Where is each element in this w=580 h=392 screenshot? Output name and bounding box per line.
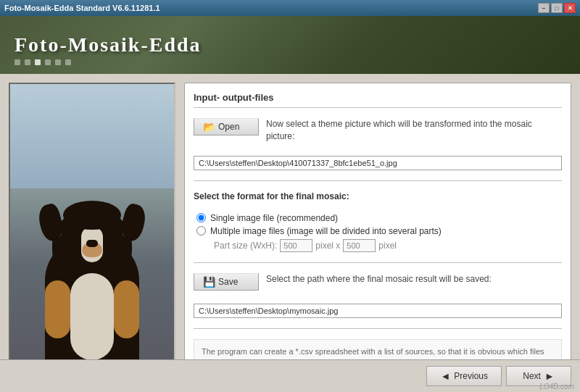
- main-content: Input- output-files 📂 Open Now select a …: [0, 74, 580, 392]
- part-height-input[interactable]: [343, 239, 376, 252]
- next-label: Next: [523, 371, 541, 381]
- part-width-input[interactable]: [280, 239, 312, 252]
- part-size-row: Part size (WxH): pixel x pixel: [214, 239, 562, 252]
- window-title: Foto-Mosaik-Edda Standard V6.6.11281.1: [4, 4, 160, 12]
- format-radio-group: Single image file (recommended) Multiple…: [196, 213, 562, 252]
- input-path-field[interactable]: [194, 156, 562, 170]
- previous-label: Previous: [454, 371, 488, 381]
- panel-title: Input- output-files: [194, 92, 562, 108]
- part-pixel-label: pixel: [378, 241, 397, 251]
- open-row: 📂 Open Now select a theme picture which …: [194, 118, 562, 143]
- previous-button[interactable]: ◄ Previous: [426, 366, 502, 386]
- image-preview-panel: [9, 83, 175, 383]
- dot-4: [45, 59, 51, 65]
- header-banner: Foto-Mosaik-Edda: [0, 16, 580, 74]
- main-window: Foto-Mosaik-Edda: [0, 16, 580, 392]
- title-bar: Foto-Mosaik-Edda Standard V6.6.11281.1 −…: [0, 0, 580, 16]
- dot-3: [35, 59, 41, 65]
- app-title: Foto-Mosaik-Edda: [14, 33, 202, 57]
- window-controls: − □ ✕: [538, 3, 576, 13]
- format-label: Select the format for the final mosaic:: [194, 191, 562, 201]
- part-x-label: pixel x: [315, 241, 340, 251]
- preview-image: [10, 84, 174, 382]
- radio-multiple-item[interactable]: Multiple image files (image will be divi…: [196, 226, 562, 236]
- save-button[interactable]: 💾 Save: [194, 273, 259, 291]
- dot-5: [55, 59, 61, 65]
- progress-dots: [14, 59, 71, 65]
- separator-2: [194, 262, 562, 263]
- next-arrow-icon: ►: [544, 370, 555, 382]
- radio-multiple-label: Multiple image files (image will be divi…: [210, 226, 442, 236]
- separator-3: [194, 328, 562, 329]
- bottom-nav: ◄ Previous Next ►: [0, 359, 580, 392]
- separator-1: [194, 180, 562, 181]
- dot-1: [14, 59, 20, 65]
- settings-panel: Input- output-files 📂 Open Now select a …: [184, 83, 571, 383]
- folder-icon: 📂: [203, 121, 215, 133]
- watermark: LO4D.com: [539, 383, 574, 391]
- open-description: Now select a theme picture which will be…: [266, 118, 562, 143]
- dot-2: [25, 59, 30, 65]
- output-path-field[interactable]: [194, 304, 562, 318]
- part-size-label: Part size (WxH):: [214, 241, 277, 251]
- save-icon: 💾: [203, 276, 215, 288]
- close-button[interactable]: ✕: [564, 3, 576, 13]
- radio-multiple[interactable]: [196, 226, 206, 235]
- save-row: 💾 Save Select the path where the final m…: [194, 273, 562, 291]
- save-description: Select the path where the final mosaic r…: [266, 273, 562, 285]
- prev-arrow-icon: ◄: [440, 370, 450, 382]
- open-button[interactable]: 📂 Open: [194, 118, 259, 135]
- radio-single-item[interactable]: Single image file (recommended): [196, 213, 562, 223]
- radio-single-label: Single image file (recommended): [210, 213, 338, 223]
- radio-single[interactable]: [196, 213, 206, 222]
- minimize-button[interactable]: −: [538, 3, 550, 13]
- maximize-button[interactable]: □: [551, 3, 563, 13]
- dot-6: [65, 59, 71, 65]
